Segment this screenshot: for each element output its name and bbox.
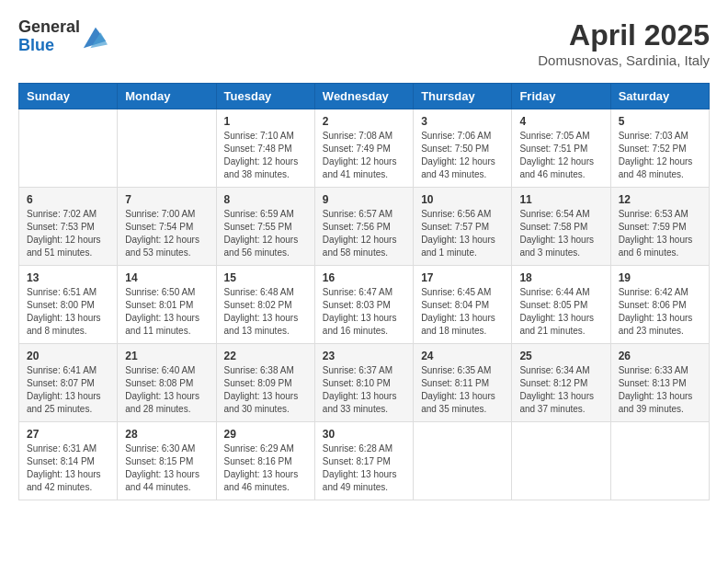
title-block: April 2025 Domusnovas, Sardinia, Italy	[538, 18, 710, 68]
calendar-cell: 16Sunrise: 6:47 AM Sunset: 8:03 PM Dayli…	[314, 266, 413, 344]
weekday-header-monday: Monday	[118, 84, 216, 109]
day-number: 22	[224, 350, 307, 362]
calendar-cell: 22Sunrise: 6:38 AM Sunset: 8:09 PM Dayli…	[216, 344, 314, 422]
calendar-cell: 14Sunrise: 6:50 AM Sunset: 8:01 PM Dayli…	[118, 266, 216, 344]
logo: General Blue	[18, 18, 108, 55]
day-number: 2	[323, 115, 405, 128]
day-number: 5	[619, 115, 701, 128]
day-number: 18	[519, 271, 602, 284]
calendar-cell: 1Sunrise: 7:10 AM Sunset: 7:48 PM Daylig…	[216, 109, 314, 188]
day-info: Sunrise: 7:03 AM Sunset: 7:52 PM Dayligh…	[619, 130, 701, 181]
day-info: Sunrise: 6:45 AM Sunset: 8:04 PM Dayligh…	[421, 286, 504, 338]
day-number: 26	[619, 350, 701, 362]
day-number: 9	[323, 193, 405, 206]
weekday-header-sunday: Sunday	[19, 84, 118, 109]
day-info: Sunrise: 6:47 AM Sunset: 8:03 PM Dayligh…	[323, 286, 405, 338]
logo-text: General Blue	[18, 18, 80, 55]
day-number: 13	[27, 271, 109, 284]
day-info: Sunrise: 7:08 AM Sunset: 7:49 PM Dayligh…	[323, 130, 405, 181]
day-info: Sunrise: 6:29 AM Sunset: 8:16 PM Dayligh…	[224, 442, 307, 494]
weekday-header-wednesday: Wednesday	[314, 84, 413, 109]
calendar-cell: 15Sunrise: 6:48 AM Sunset: 8:02 PM Dayli…	[216, 266, 314, 344]
calendar-cell: 25Sunrise: 6:34 AM Sunset: 8:12 PM Dayli…	[512, 344, 610, 422]
day-number: 1	[224, 115, 307, 128]
calendar-cell: 24Sunrise: 6:35 AM Sunset: 8:11 PM Dayli…	[414, 344, 512, 422]
calendar-table: SundayMondayTuesdayWednesdayThursdayFrid…	[18, 83, 710, 500]
day-info: Sunrise: 6:28 AM Sunset: 8:17 PM Dayligh…	[323, 442, 405, 494]
day-info: Sunrise: 6:59 AM Sunset: 7:55 PM Dayligh…	[224, 208, 307, 259]
calendar-cell: 3Sunrise: 7:06 AM Sunset: 7:50 PM Daylig…	[414, 109, 512, 188]
day-info: Sunrise: 6:33 AM Sunset: 8:13 PM Dayligh…	[619, 364, 701, 416]
day-number: 15	[224, 271, 307, 284]
calendar-cell: 9Sunrise: 6:57 AM Sunset: 7:56 PM Daylig…	[314, 188, 413, 266]
day-number: 23	[323, 350, 405, 362]
month-title: April 2025	[538, 18, 710, 52]
day-number: 21	[125, 350, 208, 362]
day-info: Sunrise: 6:42 AM Sunset: 8:06 PM Dayligh…	[619, 286, 701, 338]
page-header: General Blue April 2025 Domusnovas, Sard…	[18, 18, 710, 68]
calendar-cell: 7Sunrise: 7:00 AM Sunset: 7:54 PM Daylig…	[118, 188, 216, 266]
day-number: 8	[224, 193, 307, 206]
week-row-3: 13Sunrise: 6:51 AM Sunset: 8:00 PM Dayli…	[19, 266, 710, 344]
logo-blue: Blue	[18, 37, 80, 55]
day-number: 12	[619, 193, 701, 206]
day-info: Sunrise: 6:53 AM Sunset: 7:59 PM Dayligh…	[619, 208, 701, 259]
weekday-header-row: SundayMondayTuesdayWednesdayThursdayFrid…	[19, 84, 710, 109]
calendar-cell: 20Sunrise: 6:41 AM Sunset: 8:07 PM Dayli…	[19, 344, 118, 422]
day-number: 17	[421, 271, 504, 284]
day-number: 27	[27, 428, 109, 441]
day-info: Sunrise: 6:40 AM Sunset: 8:08 PM Dayligh…	[125, 364, 208, 416]
location-title: Domusnovas, Sardinia, Italy	[538, 52, 710, 68]
calendar-cell: 27Sunrise: 6:31 AM Sunset: 8:14 PM Dayli…	[19, 422, 118, 500]
day-info: Sunrise: 6:44 AM Sunset: 8:05 PM Dayligh…	[519, 286, 602, 338]
calendar-cell: 8Sunrise: 6:59 AM Sunset: 7:55 PM Daylig…	[216, 188, 314, 266]
calendar-cell: 23Sunrise: 6:37 AM Sunset: 8:10 PM Dayli…	[314, 344, 413, 422]
week-row-4: 20Sunrise: 6:41 AM Sunset: 8:07 PM Dayli…	[19, 344, 710, 422]
day-number: 11	[519, 193, 602, 206]
day-info: Sunrise: 6:41 AM Sunset: 8:07 PM Dayligh…	[27, 364, 109, 416]
day-info: Sunrise: 6:35 AM Sunset: 8:11 PM Dayligh…	[421, 364, 504, 416]
calendar-cell	[118, 109, 216, 188]
calendar-cell: 6Sunrise: 7:02 AM Sunset: 7:53 PM Daylig…	[19, 188, 118, 266]
weekday-header-thursday: Thursday	[414, 84, 512, 109]
calendar-cell: 10Sunrise: 6:56 AM Sunset: 7:57 PM Dayli…	[414, 188, 512, 266]
calendar-cell: 18Sunrise: 6:44 AM Sunset: 8:05 PM Dayli…	[512, 266, 610, 344]
day-info: Sunrise: 6:51 AM Sunset: 8:00 PM Dayligh…	[27, 286, 109, 338]
calendar-cell: 11Sunrise: 6:54 AM Sunset: 7:58 PM Dayli…	[512, 188, 610, 266]
weekday-header-friday: Friday	[512, 84, 610, 109]
calendar-cell: 26Sunrise: 6:33 AM Sunset: 8:13 PM Dayli…	[610, 344, 709, 422]
calendar-cell: 21Sunrise: 6:40 AM Sunset: 8:08 PM Dayli…	[118, 344, 216, 422]
calendar-cell	[19, 109, 118, 188]
day-number: 20	[27, 350, 109, 362]
day-number: 25	[519, 350, 602, 362]
week-row-2: 6Sunrise: 7:02 AM Sunset: 7:53 PM Daylig…	[19, 188, 710, 266]
day-info: Sunrise: 6:30 AM Sunset: 8:15 PM Dayligh…	[125, 442, 208, 494]
day-number: 19	[619, 271, 701, 284]
day-info: Sunrise: 7:05 AM Sunset: 7:51 PM Dayligh…	[519, 130, 602, 181]
day-info: Sunrise: 7:00 AM Sunset: 7:54 PM Dayligh…	[125, 208, 208, 259]
week-row-5: 27Sunrise: 6:31 AM Sunset: 8:14 PM Dayli…	[19, 422, 710, 500]
day-number: 6	[27, 193, 109, 206]
day-info: Sunrise: 7:02 AM Sunset: 7:53 PM Dayligh…	[27, 208, 109, 259]
day-number: 29	[224, 428, 307, 441]
weekday-header-tuesday: Tuesday	[216, 84, 314, 109]
day-number: 7	[125, 193, 208, 206]
day-info: Sunrise: 6:57 AM Sunset: 7:56 PM Dayligh…	[323, 208, 405, 259]
logo-general: General	[18, 18, 80, 37]
day-number: 28	[125, 428, 208, 441]
calendar-cell	[512, 422, 610, 500]
day-info: Sunrise: 6:48 AM Sunset: 8:02 PM Dayligh…	[224, 286, 307, 338]
calendar-cell	[414, 422, 512, 500]
day-number: 10	[421, 193, 504, 206]
calendar-cell: 12Sunrise: 6:53 AM Sunset: 7:59 PM Dayli…	[610, 188, 709, 266]
day-info: Sunrise: 6:54 AM Sunset: 7:58 PM Dayligh…	[519, 208, 602, 259]
day-info: Sunrise: 7:10 AM Sunset: 7:48 PM Dayligh…	[224, 130, 307, 181]
day-number: 30	[323, 428, 405, 441]
calendar-cell: 13Sunrise: 6:51 AM Sunset: 8:00 PM Dayli…	[19, 266, 118, 344]
calendar-cell: 5Sunrise: 7:03 AM Sunset: 7:52 PM Daylig…	[610, 109, 709, 188]
week-row-1: 1Sunrise: 7:10 AM Sunset: 7:48 PM Daylig…	[19, 109, 710, 188]
logo-icon	[82, 24, 108, 50]
day-number: 16	[323, 271, 405, 284]
calendar-cell	[610, 422, 709, 500]
weekday-header-saturday: Saturday	[610, 84, 709, 109]
